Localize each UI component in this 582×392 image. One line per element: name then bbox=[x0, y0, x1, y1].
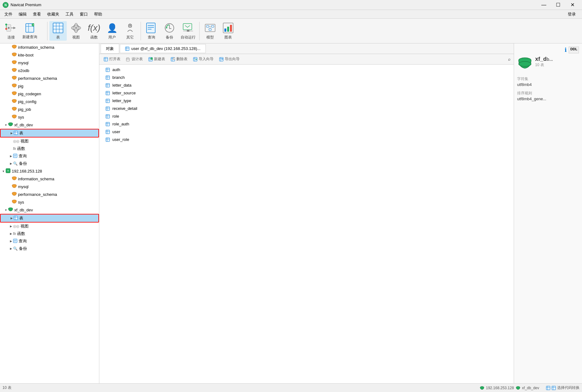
table-row-auth[interactable]: auth bbox=[99, 66, 514, 74]
table-row-branch[interactable]: branch bbox=[99, 74, 514, 81]
sidebar-query-node-1[interactable]: ▶ 查询 bbox=[0, 152, 99, 160]
sidebar-db-information-schema-2[interactable]: information_schema bbox=[0, 175, 99, 183]
sidebar-db-sys-2[interactable]: sys bbox=[0, 198, 99, 206]
table-row-role-auth[interactable]: role_auth bbox=[99, 120, 514, 128]
sidebar-db-performance-schema-1[interactable]: performance_schema bbox=[0, 74, 99, 82]
expand-icon[interactable]: ▶ bbox=[9, 247, 13, 250]
tab-user[interactable]: user @xf_db_dev (192.168.253.128)... bbox=[120, 44, 206, 53]
sidebar-db-information-schema-1[interactable]: information_schema bbox=[0, 43, 99, 51]
toolbar-table[interactable]: 表 bbox=[49, 21, 67, 41]
toolbar-backup[interactable]: 备份 bbox=[161, 21, 178, 41]
expand-icon[interactable]: ▶ bbox=[9, 240, 13, 243]
maximize-button[interactable]: ☐ bbox=[551, 0, 565, 10]
statusbar-db: xf_db_dev bbox=[522, 386, 539, 390]
user-icon: 👤 bbox=[106, 22, 118, 34]
sidebar-connection-2[interactable]: ▼ ≡ 192.168.253.128 bbox=[0, 167, 99, 175]
sidebar-db-o2odb[interactable]: o2odb bbox=[0, 67, 99, 74]
sidebar-view-node-1[interactable]: ◎◎ 视图 bbox=[0, 137, 99, 145]
table-row-role[interactable]: role bbox=[99, 112, 514, 120]
svg-rect-37 bbox=[211, 25, 214, 27]
sidebar-func-node-2[interactable]: ▶ fx 函数 bbox=[0, 230, 99, 237]
design-table-btn[interactable]: 设计表 bbox=[124, 56, 145, 63]
search-icon-btn[interactable]: ⌕ bbox=[507, 56, 512, 63]
sidebar-db-sys-1[interactable]: sys bbox=[0, 113, 99, 121]
sidebar-view-node-2[interactable]: ▶ ◎◎ 视图 bbox=[0, 223, 99, 230]
statusbar-right-label[interactable]: 选择代码转换 bbox=[557, 385, 580, 390]
table-row-letter-type[interactable]: letter_type bbox=[99, 97, 514, 105]
table-row-letter-source[interactable]: letter_source bbox=[99, 89, 514, 97]
sidebar-backup-node-1[interactable]: ▶ 🔍 备份 bbox=[0, 160, 99, 167]
toolbar-autorun[interactable]: 自动运行 bbox=[179, 21, 197, 41]
autorun-icon bbox=[182, 22, 194, 34]
menu-window[interactable]: 窗口 bbox=[77, 10, 91, 18]
table-row-letter-data[interactable]: letter_data bbox=[99, 81, 514, 89]
sidebar-db-mysql-1[interactable]: mysql bbox=[0, 59, 99, 67]
expand-icon[interactable]: ▶ bbox=[9, 232, 13, 235]
sidebar-query-node-2[interactable]: ▶ 查询 bbox=[0, 237, 99, 245]
close-button[interactable]: ✕ bbox=[565, 0, 580, 10]
toolbar-function[interactable]: f(x) 函数 bbox=[85, 21, 103, 41]
right-panel: ℹ DDL xf_db... 10 表 字符集 utf8mb4 排序规则 utf… bbox=[514, 43, 582, 383]
import-wizard-btn[interactable]: 导入向导 bbox=[191, 56, 216, 63]
menu-favorites[interactable]: 收藏夹 bbox=[44, 10, 62, 18]
info-icon[interactable]: ℹ bbox=[565, 47, 567, 53]
ddl-icon[interactable]: DDL bbox=[569, 47, 579, 53]
menu-help[interactable]: 帮助 bbox=[91, 10, 105, 18]
table-node-icon-2 bbox=[14, 216, 18, 221]
svg-rect-34 bbox=[187, 30, 189, 32]
export-wizard-btn[interactable]: 导出向导 bbox=[217, 56, 242, 63]
open-table-btn[interactable]: 打开表 bbox=[101, 56, 123, 63]
sidebar-db-xfdbdev-1[interactable]: ▼ xf_db_dev bbox=[0, 121, 99, 129]
table-row-user-role[interactable]: user_role bbox=[99, 136, 514, 143]
svg-rect-36 bbox=[206, 25, 209, 27]
menu-file[interactable]: 文件 bbox=[1, 10, 16, 18]
expand-icon-xfdbdev1[interactable]: ▼ bbox=[4, 124, 8, 127]
table-row-receive-detail[interactable]: receive_detail bbox=[99, 105, 514, 112]
sidebar-db-pig-codegen[interactable]: pig_codegen bbox=[0, 90, 99, 98]
tab-objects[interactable]: 对象 bbox=[101, 44, 119, 54]
toolbar-chart[interactable]: 图表 bbox=[219, 21, 237, 41]
sidebar-table-node-1[interactable]: ▶ 表 bbox=[0, 129, 99, 137]
sidebar-db-pig[interactable]: pig bbox=[0, 82, 99, 90]
expand-conn2[interactable]: ▼ bbox=[1, 170, 6, 173]
sidebar-backup-node-2[interactable]: ▶ 🔍 备份 bbox=[0, 245, 99, 252]
menu-tools[interactable]: 工具 bbox=[62, 10, 77, 18]
toolbar-user[interactable]: 👤 用户 bbox=[103, 21, 121, 41]
delete-table-btn[interactable]: 删除表 bbox=[168, 56, 190, 63]
expand-icon[interactable]: ▶ bbox=[9, 162, 13, 165]
db-name: sys bbox=[18, 200, 24, 205]
sidebar-db-mysql-2[interactable]: mysql bbox=[0, 183, 99, 191]
expand-tables-1[interactable]: ▶ bbox=[9, 132, 14, 135]
sidebar-db-pig-config[interactable]: pig_config bbox=[0, 98, 99, 106]
expand-icon-xfdbdev2[interactable]: ▼ bbox=[4, 209, 8, 212]
svg-text:≡: ≡ bbox=[7, 169, 9, 172]
toolbar-divider-1 bbox=[47, 22, 47, 40]
query-node-icon-1 bbox=[13, 154, 17, 159]
sidebar-db-kiteboot[interactable]: kite-boot bbox=[0, 51, 99, 59]
sidebar-table-node-2[interactable]: ▶ 表 bbox=[0, 214, 99, 223]
new-table-btn[interactable]: + 新建表 bbox=[146, 56, 168, 63]
sidebar-db-pig-job[interactable]: pig_job bbox=[0, 106, 99, 113]
table-row-user[interactable]: user bbox=[99, 128, 514, 136]
sidebar-func-node-1[interactable]: fx 函数 bbox=[0, 145, 99, 152]
toolbar-newquery[interactable]: + 新建查询 bbox=[20, 21, 45, 40]
menu-edit[interactable]: 编辑 bbox=[16, 10, 30, 18]
minimize-button[interactable]: — bbox=[537, 0, 551, 10]
svg-rect-43 bbox=[227, 27, 229, 32]
sidebar-db-xfdbdev-2[interactable]: ▼ xf_db_dev bbox=[0, 206, 99, 214]
expand-icon[interactable]: ▶ bbox=[9, 225, 13, 228]
backup-node-icon-2: 🔍 bbox=[13, 246, 18, 251]
toolbar-view[interactable]: 视图 bbox=[67, 21, 85, 41]
query-icon bbox=[145, 22, 158, 34]
toolbar-other[interactable]: 其它 bbox=[121, 21, 139, 41]
sidebar-db-performance-schema-2[interactable]: performance_schema bbox=[0, 191, 99, 198]
menu-view[interactable]: 查看 bbox=[30, 10, 44, 18]
svg-rect-38 bbox=[209, 29, 211, 30]
toolbar-query[interactable]: 查询 bbox=[143, 21, 160, 41]
expand-icon[interactable]: ▶ bbox=[9, 155, 13, 158]
expand-tables-2[interactable]: ▶ bbox=[9, 217, 14, 220]
toolbar-connect[interactable]: 连接 bbox=[2, 21, 20, 41]
backup-label: 备份 bbox=[166, 35, 173, 40]
login-button[interactable]: 登录 bbox=[563, 10, 581, 18]
toolbar-model[interactable]: 模型 bbox=[201, 21, 219, 41]
